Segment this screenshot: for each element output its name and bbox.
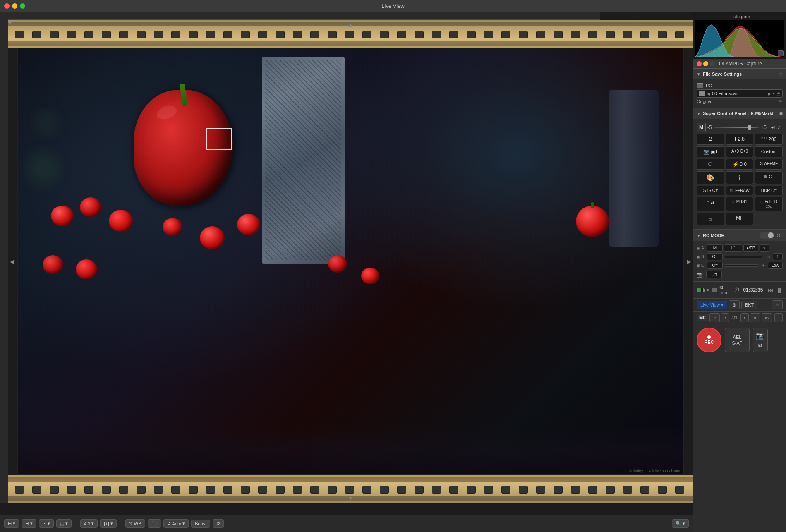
- minimize-button[interactable]: [12, 3, 17, 9]
- scroll-down[interactable]: ▼: [348, 495, 354, 501]
- rc-b-off[interactable]: Off: [707, 253, 723, 260]
- file-save-menu[interactable]: ≡: [779, 71, 783, 77]
- iso-cell[interactable]: ISO 200: [755, 134, 783, 145]
- file-save-header[interactable]: ▼ File Save Settings ≡: [693, 69, 786, 79]
- rc-a-flash[interactable]: ↯: [760, 244, 769, 252]
- end-btn[interactable]: ▐▌: [776, 288, 783, 292]
- aspect-button[interactable]: 4:3 ▾: [80, 519, 98, 528]
- mf-nav-menu[interactable]: ≡: [774, 313, 783, 322]
- edit-icon[interactable]: ✏: [779, 98, 783, 104]
- rc-c-off[interactable]: Off: [707, 262, 723, 269]
- off-cell[interactable]: ⏺ Off: [755, 171, 783, 184]
- shutter-cell[interactable]: 2: [697, 134, 724, 145]
- nav-dbl-left2[interactable]: «: [709, 313, 720, 322]
- a-label: A: [711, 199, 714, 206]
- rc-c-low[interactable]: Low: [768, 262, 783, 269]
- histogram-settings[interactable]: [778, 50, 784, 56]
- corner-arrow-tl[interactable]: ◆: [8, 20, 12, 24]
- maximize-button[interactable]: [20, 3, 25, 9]
- nav-left2[interactable]: ‹: [721, 313, 729, 322]
- shutter-button[interactable]: 📷 ⧉: [753, 328, 768, 352]
- grid-button[interactable]: ⊞ ▾: [22, 519, 36, 528]
- rc-a-icon: ▣: [697, 246, 700, 250]
- exp-value: +1.7: [768, 125, 783, 130]
- super-control-menu[interactable]: ≡: [779, 110, 783, 117]
- layers-button[interactable]: ⊟ ▾: [4, 519, 19, 528]
- rc-ch-value[interactable]: 1: [773, 253, 783, 260]
- mode-badge[interactable]: M: [697, 123, 706, 132]
- a-cell[interactable]: ⊡ A: [697, 197, 724, 211]
- saf-label: S-AF: [732, 340, 742, 345]
- bokeh-1: [26, 152, 59, 185]
- lv-dropdown[interactable]: Live View ▾: [697, 301, 727, 309]
- rc-mode-section: ▼ RC MODE Off ▣ A M: [693, 230, 786, 282]
- scroll-up[interactable]: ▲: [348, 22, 354, 28]
- oly-maximize[interactable]: [710, 61, 715, 66]
- scroll-left[interactable]: ◀: [10, 258, 14, 265]
- custom-cell[interactable]: Custom: [755, 146, 783, 157]
- original-label: Original: [697, 99, 712, 104]
- folder-browse[interactable]: ⊟: [776, 91, 781, 96]
- nav-right2[interactable]: ›: [740, 313, 749, 322]
- rc-b-label: B: [701, 254, 704, 259]
- folder-prev[interactable]: ◀: [707, 91, 710, 96]
- exp-plus[interactable]: +5: [761, 125, 767, 130]
- rc-a-label: A: [701, 246, 704, 250]
- wb-cell[interactable]: A+0 G+0: [726, 146, 754, 157]
- grid-icon: ⊞: [25, 521, 29, 526]
- scroll-right[interactable]: ▶: [687, 258, 691, 265]
- oly-minimize[interactable]: [703, 61, 708, 66]
- main-image-area: © dmitry-novak.livejournal.com: [17, 48, 684, 475]
- refresh-button[interactable]: ↺: [213, 519, 224, 528]
- fullhd-cell[interactable]: ⊡ FullHD 25p: [755, 197, 783, 211]
- rc-a-mode[interactable]: M: [707, 244, 723, 252]
- lv-menu-btn[interactable]: ≡: [772, 300, 783, 309]
- file-save-arrow: ▼: [697, 72, 701, 77]
- art-cell[interactable]: 🎨: [697, 171, 724, 184]
- raw-cell[interactable]: SL F+RAW: [726, 186, 754, 195]
- rc-d-off[interactable]: Off: [706, 271, 722, 278]
- mis1-cell[interactable]: ⊡ M-IS1: [726, 197, 754, 211]
- folder-next[interactable]: ▶: [768, 91, 771, 96]
- nav-dbl-right2[interactable]: »: [750, 313, 760, 322]
- rc-mode-header[interactable]: ▼ RC MODE Off: [693, 230, 786, 241]
- boost-button[interactable]: Boost: [191, 520, 210, 528]
- fast-forward-btn[interactable]: ⏭: [768, 287, 774, 293]
- frame-button[interactable]: ⊡ ▾: [39, 519, 54, 528]
- folder-row[interactable]: ◀ 00-Film-scan ▶ ▾ ⊟: [697, 89, 783, 98]
- sis-cell[interactable]: S-IS Off: [697, 186, 724, 195]
- rec-section: REC AEL S-AF 📷 ⧉: [693, 324, 786, 356]
- ael-button[interactable]: AEL S-AF: [725, 328, 750, 352]
- folder-dropdown[interactable]: ▾: [773, 91, 775, 96]
- auto-label: Auto: [172, 521, 182, 526]
- mf-prefix-cell[interactable]: ⊡: [697, 213, 724, 225]
- rc-a-fp[interactable]: ♦/FP: [743, 244, 758, 252]
- flash-cell[interactable]: ⏱: [697, 159, 724, 170]
- mf-value-cell[interactable]: MF: [726, 213, 754, 225]
- aperture-cell[interactable]: F2.8: [726, 134, 754, 145]
- auto-button[interactable]: ↺ Auto ▾: [163, 519, 189, 528]
- exposure-button[interactable]: ⚫: [148, 519, 161, 528]
- drive-cell[interactable]: 📷 ▣1: [697, 146, 724, 157]
- flash-bolt: ⚡: [733, 161, 739, 167]
- copy-icon: ⧉: [758, 342, 762, 349]
- nav-triple-right[interactable]: »›: [762, 313, 772, 322]
- info-cell[interactable]: ℹ: [726, 171, 754, 184]
- rc-toggle-track[interactable]: [760, 232, 774, 239]
- super-control-header[interactable]: ▼ Super Control Panel - E-M5MarkII ≡: [693, 108, 786, 119]
- person-button[interactable]: ⬚ ▾: [56, 519, 72, 528]
- target-button[interactable]: [+] ▾: [100, 519, 117, 528]
- lv-icon-btn1[interactable]: ⊕: [729, 300, 740, 309]
- exp-slider[interactable]: [714, 127, 760, 128]
- zoom-button[interactable]: 🔍 ▾: [672, 519, 689, 528]
- oly-close[interactable]: [697, 61, 702, 66]
- wb-button[interactable]: ✎ WB: [125, 519, 145, 528]
- rc-a-sync[interactable]: 1/1: [724, 244, 742, 252]
- bkt-btn[interactable]: BKT: [741, 301, 757, 309]
- close-button[interactable]: [4, 3, 10, 9]
- rec-button[interactable]: REC: [697, 328, 721, 352]
- focus-cell[interactable]: S-AF+MF: [755, 159, 783, 170]
- hdr-cell[interactable]: HDR Off: [755, 186, 783, 195]
- exp-minus[interactable]: -5: [707, 125, 712, 130]
- flash-value-cell[interactable]: ⚡ 0.0: [726, 159, 754, 170]
